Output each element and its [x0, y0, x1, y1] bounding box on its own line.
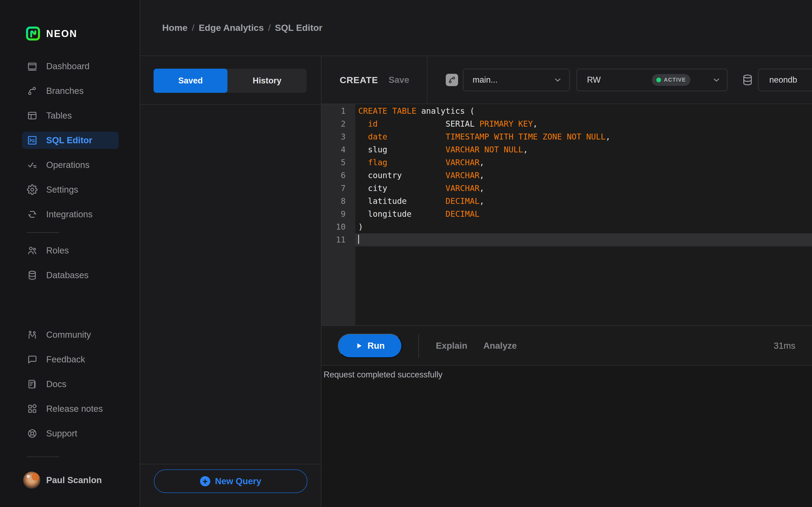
- sidebar-item-release-notes[interactable]: Release notes: [22, 400, 119, 417]
- sidebar-item-databases[interactable]: Databases: [22, 267, 119, 284]
- panel-divider: [140, 104, 321, 105]
- code-line-content: CREATE TABLE analytics (: [355, 105, 812, 117]
- code-line-2[interactable]: 2 id SERIAL PRIMARY KEY,: [321, 117, 812, 130]
- sidebar-item-integrations[interactable]: Integrations: [22, 206, 119, 223]
- dashboard-icon: [27, 61, 38, 72]
- query-title: CREATE: [340, 74, 378, 85]
- tab-saved[interactable]: Saved: [154, 69, 227, 93]
- code-line-content: [355, 233, 812, 246]
- code-editor[interactable]: 1CREATE TABLE analytics (2 id SERIAL PRI…: [321, 104, 812, 325]
- sidebar-item-operations[interactable]: Operations: [22, 156, 119, 174]
- neon-logo-icon: [26, 25, 40, 42]
- compute-select-value: RW: [587, 75, 601, 85]
- breadcrumb: Home / Edge Analytics / SQL Editor: [162, 0, 322, 56]
- sidebar-item-community[interactable]: Community: [22, 326, 119, 343]
- brand-logo[interactable]: NEON: [26, 25, 77, 42]
- code-line-content: id SERIAL PRIMARY KEY,: [355, 117, 812, 130]
- sidebar-item-feedback[interactable]: Feedback: [22, 351, 119, 368]
- database-select[interactable]: neondb: [758, 69, 812, 91]
- code-line-6[interactable]: 6 country VARCHAR,: [321, 169, 812, 182]
- sidebar-item-label: Dashboard: [46, 61, 89, 71]
- sidebar-item-label: Roles: [46, 245, 69, 256]
- sql-editor-terminal-icon: [27, 135, 38, 146]
- sidebar-item-label: Settings: [46, 184, 78, 195]
- user-menu[interactable]: Paul Scanlon: [23, 471, 102, 489]
- code-line-3[interactable]: 3 date TIMESTAMP WITH TIME ZONE NOT NULL…: [321, 130, 812, 143]
- git-branch-icon: [447, 75, 456, 84]
- avatar: [23, 471, 40, 489]
- save-button[interactable]: Save: [389, 75, 409, 85]
- branch-icon-button[interactable]: [446, 74, 458, 86]
- sidebar-divider: [27, 232, 59, 233]
- line-number: 3: [321, 130, 355, 143]
- tab-history[interactable]: History: [227, 69, 307, 93]
- sidebar-item-label: Docs: [46, 379, 66, 389]
- line-number: 5: [321, 156, 355, 169]
- play-icon: [355, 342, 363, 350]
- code-line-content: longitude DECIMAL: [355, 208, 812, 221]
- breadcrumb-separator: /: [192, 22, 194, 33]
- compute-select[interactable]: RW ACTIVE: [576, 69, 727, 91]
- sidebar-item-label: Branches: [46, 86, 84, 96]
- queries-tab-group: Saved History: [154, 69, 307, 93]
- sidebar-item-label: SQL Editor: [46, 135, 92, 146]
- sql-editor-panel: CREATE Save main... RW ACTIVE: [321, 56, 812, 507]
- code-line-content: date TIMESTAMP WITH TIME ZONE NOT NULL,: [355, 130, 812, 143]
- sidebar-item-branches[interactable]: Branches: [22, 82, 119, 100]
- explain-button[interactable]: Explain: [436, 326, 467, 365]
- code-line-4[interactable]: 4 slug VARCHAR NOT NULL,: [321, 143, 812, 156]
- sidebar-item-settings[interactable]: Settings: [22, 181, 119, 198]
- panel-divider: [140, 464, 321, 464]
- chevron-down-icon: [712, 75, 721, 84]
- sidebar-item-tables[interactable]: Tables: [22, 107, 119, 124]
- sidebar-item-label: Tables: [46, 111, 72, 121]
- sidebar-item-sql-editor[interactable]: SQL Editor: [22, 132, 119, 149]
- breadcrumb-home[interactable]: Home: [162, 22, 188, 33]
- code-line-content: ): [355, 221, 812, 233]
- code-line-9[interactable]: 9 longitude DECIMAL: [321, 208, 812, 221]
- run-button[interactable]: Run: [338, 334, 402, 358]
- branches-icon: [27, 86, 38, 96]
- plus-icon: +: [200, 476, 210, 486]
- sidebar-item-docs[interactable]: Docs: [22, 376, 119, 393]
- breadcrumb-project[interactable]: Edge Analytics: [199, 22, 264, 33]
- run-bar-divider: [418, 334, 419, 358]
- sidebar-item-support[interactable]: Support: [22, 425, 119, 442]
- status-dot-icon: [656, 77, 661, 82]
- code-line-7[interactable]: 7 city VARCHAR,: [321, 182, 812, 195]
- branch-select[interactable]: main...: [463, 69, 570, 91]
- new-query-button[interactable]: + New Query: [154, 469, 307, 493]
- database-icon: [27, 270, 38, 281]
- text-cursor: [358, 235, 359, 244]
- branch-select-value: main...: [472, 75, 498, 85]
- operations-check-icon: [27, 160, 38, 170]
- status-badge: ACTIVE: [652, 74, 690, 86]
- code-line-10[interactable]: 10): [321, 221, 812, 233]
- community-icon: [27, 329, 38, 340]
- code-line-8[interactable]: 8 latitude DECIMAL,: [321, 195, 812, 208]
- page-header: Home / Edge Analytics / SQL Editor: [140, 0, 812, 56]
- sidebar-item-label: Community: [46, 330, 91, 340]
- code-line-11[interactable]: 11: [321, 233, 812, 246]
- line-number: 1: [321, 105, 355, 117]
- line-number: 7: [321, 182, 355, 195]
- run-bar: Run Explain Analyze 31ms: [321, 325, 812, 365]
- gear-icon: [27, 184, 38, 195]
- release-notes-icon: [27, 403, 38, 414]
- code-line-1[interactable]: 1CREATE TABLE analytics (: [321, 105, 812, 117]
- code-line-5[interactable]: 5 flag VARCHAR,: [321, 156, 812, 169]
- line-number: 11: [321, 233, 355, 246]
- sidebar-item-roles[interactable]: Roles: [22, 242, 119, 259]
- docs-icon: [27, 379, 38, 390]
- chevron-down-icon: [553, 75, 562, 84]
- code-lines: 1CREATE TABLE analytics (2 id SERIAL PRI…: [321, 105, 812, 246]
- line-number: 6: [321, 169, 355, 182]
- line-number: 9: [321, 208, 355, 221]
- neon-console: NEON Dashboard Branches Tab: [0, 0, 812, 507]
- toolbar-divider: [427, 56, 427, 104]
- database-icon: [741, 73, 754, 87]
- support-lifebuoy-icon: [27, 428, 38, 439]
- analyze-button[interactable]: Analyze: [483, 326, 517, 365]
- tables-icon: [27, 110, 38, 121]
- sidebar-item-dashboard[interactable]: Dashboard: [22, 58, 119, 75]
